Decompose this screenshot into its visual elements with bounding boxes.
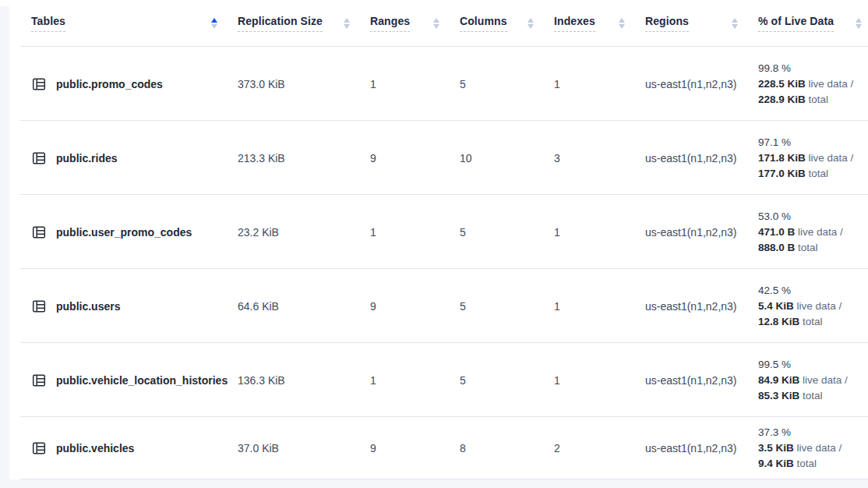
page-background-corner — [0, 0, 9, 6]
table-grid-icon — [31, 150, 47, 166]
table-name-cell[interactable]: public.vehicles — [9, 417, 238, 479]
total-data-amount: 228.9 KiB total — [758, 92, 828, 108]
ranges-cell: 1 — [370, 47, 460, 121]
column-header-columns[interactable]: Columns — [460, 0, 554, 47]
table-name[interactable]: public.rides — [56, 152, 118, 164]
live-data-percent: 37.3 % — [758, 425, 791, 440]
table-row[interactable]: public.rides 213.3 KiB 9 10 3 us-east1(n… — [9, 121, 868, 195]
live-data-percent: 99.8 % — [758, 61, 791, 76]
columns-cell: 5 — [460, 47, 554, 121]
column-header-indexes[interactable]: Indexes — [554, 0, 645, 47]
columns-cell: 8 — [460, 417, 554, 479]
live-data-cell: 37.3 % 3.5 KiB live data / 9.4 KiB total — [758, 417, 868, 479]
total-data-amount: 85.3 KiB total — [758, 388, 823, 404]
total-data-amount: 12.8 KiB total — [758, 314, 823, 330]
column-header-label[interactable]: Replication Size — [238, 15, 323, 32]
regions-cell: us-east1(n1,n2,n3) — [645, 47, 758, 121]
replication-size-cell: 64.6 KiB — [238, 269, 370, 343]
columns-cell: 5 — [460, 269, 554, 343]
table-grid-icon — [31, 76, 47, 92]
live-data-amount: 471.0 B live data / — [758, 225, 843, 240]
indexes-cell: 3 — [554, 121, 645, 195]
replication-size-cell: 213.3 KiB — [238, 121, 370, 195]
replication-size-cell: 373.0 KiB — [238, 47, 370, 121]
table-name-cell[interactable]: public.vehicle_location_histories — [9, 343, 238, 417]
column-header-label[interactable]: Tables — [31, 15, 65, 32]
sort-arrows-icon[interactable] — [732, 18, 738, 29]
table-row[interactable]: public.vehicle_location_histories 136.3 … — [9, 343, 868, 417]
table-name-cell[interactable]: public.promo_codes — [9, 47, 238, 121]
live-data-percent: 42.5 % — [758, 283, 791, 299]
table-name[interactable]: public.user_promo_codes — [56, 226, 192, 239]
regions-cell: us-east1(n1,n2,n3) — [645, 343, 758, 417]
sort-arrows-icon[interactable] — [619, 18, 625, 29]
regions-cell: us-east1(n1,n2,n3) — [645, 121, 758, 195]
total-data-amount: 888.0 B total — [758, 240, 818, 256]
replication-size-cell: 136.3 KiB — [238, 343, 370, 417]
live-data-cell: 42.5 % 5.4 KiB live data / 12.8 KiB tota… — [758, 269, 868, 343]
table-name[interactable]: public.vehicles — [56, 442, 134, 454]
live-data-amount: 3.5 KiB live data / — [758, 440, 842, 456]
table-row[interactable]: public.user_promo_codes 23.2 KiB 1 5 1 u… — [9, 195, 868, 269]
regions-cell: us-east1(n1,n2,n3) — [645, 195, 758, 269]
total-data-amount: 9.4 KiB total — [758, 456, 817, 472]
table-name[interactable]: public.users — [56, 300, 120, 313]
ranges-cell: 9 — [370, 417, 460, 479]
ranges-cell: 1 — [370, 195, 460, 269]
column-header-tables[interactable]: Tables — [9, 0, 238, 47]
table-name-cell[interactable]: public.user_promo_codes — [9, 195, 238, 269]
indexes-cell: 1 — [554, 269, 645, 343]
ranges-cell: 1 — [370, 343, 460, 417]
table-row[interactable]: public.promo_codes 373.0 KiB 1 5 1 us-ea… — [9, 47, 868, 121]
sort-arrows-icon[interactable] — [528, 18, 534, 29]
regions-cell: us-east1(n1,n2,n3) — [645, 269, 758, 343]
live-data-cell: 97.1 % 171.8 KiB live data / 177.0 KiB t… — [758, 121, 868, 195]
indexes-cell: 1 — [554, 195, 645, 269]
column-header-ranges[interactable]: Ranges — [370, 0, 460, 47]
table-row[interactable]: public.vehicles 37.0 KiB 9 8 2 us-east1(… — [9, 417, 868, 479]
table-header-row: Tables Replication Size Ranges Columns I… — [9, 0, 868, 47]
table-body: public.promo_codes 373.0 KiB 1 5 1 us-ea… — [9, 47, 868, 479]
replication-size-cell: 37.0 KiB — [238, 417, 370, 479]
table-name[interactable]: public.promo_codes — [56, 78, 163, 90]
replication-size-cell: 23.2 KiB — [238, 195, 370, 269]
live-data-amount: 228.5 KiB live data / — [758, 76, 853, 92]
column-header-replication-size[interactable]: Replication Size — [238, 0, 370, 47]
table-name-cell[interactable]: public.rides — [9, 121, 238, 195]
live-data-amount: 84.9 KiB live data / — [758, 373, 848, 388]
table-grid-icon — [31, 225, 47, 240]
live-data-cell: 99.8 % 228.5 KiB live data / 228.9 KiB t… — [758, 47, 868, 121]
column-header-label[interactable]: % of Live Data — [758, 15, 834, 32]
sort-arrows-icon[interactable] — [211, 18, 217, 29]
sort-arrows-icon[interactable] — [856, 18, 862, 29]
column-header-label[interactable]: Indexes — [554, 15, 595, 32]
column-header-label[interactable]: Regions — [645, 15, 689, 32]
tables-list-card: Tables Replication Size Ranges Columns I… — [9, 0, 868, 479]
column-header-regions[interactable]: Regions — [645, 0, 758, 47]
column-header-label[interactable]: Columns — [460, 15, 507, 32]
ranges-cell: 9 — [370, 121, 460, 195]
indexes-cell: 1 — [554, 47, 645, 121]
live-data-percent: 99.5 % — [758, 357, 791, 373]
table-grid-icon — [31, 440, 47, 456]
ranges-cell: 9 — [370, 269, 460, 343]
live-data-cell: 99.5 % 84.9 KiB live data / 85.3 KiB tot… — [758, 343, 868, 417]
live-data-percent: 53.0 % — [758, 209, 791, 225]
indexes-cell: 2 — [554, 417, 645, 479]
total-data-amount: 177.0 KiB total — [758, 166, 828, 182]
sort-arrows-icon[interactable] — [344, 18, 350, 29]
sort-arrows-icon[interactable] — [433, 18, 439, 29]
live-data-cell: 53.0 % 471.0 B live data / 888.0 B total — [758, 195, 868, 269]
table-name[interactable]: public.vehicle_location_histories — [56, 374, 228, 387]
live-data-amount: 5.4 KiB live data / — [758, 299, 842, 314]
columns-cell: 5 — [460, 195, 554, 269]
columns-cell: 5 — [460, 343, 554, 417]
table-grid-icon — [31, 373, 47, 388]
tables-page: Tables Replication Size Ranges Columns I… — [0, 0, 868, 488]
live-data-percent: 97.1 % — [758, 135, 791, 150]
column-header-live-data[interactable]: % of Live Data — [758, 0, 868, 47]
table-name-cell[interactable]: public.users — [9, 269, 238, 343]
table-row[interactable]: public.users 64.6 KiB 9 5 1 us-east1(n1,… — [9, 269, 868, 343]
column-header-label[interactable]: Ranges — [370, 15, 410, 32]
columns-cell: 10 — [460, 121, 554, 195]
